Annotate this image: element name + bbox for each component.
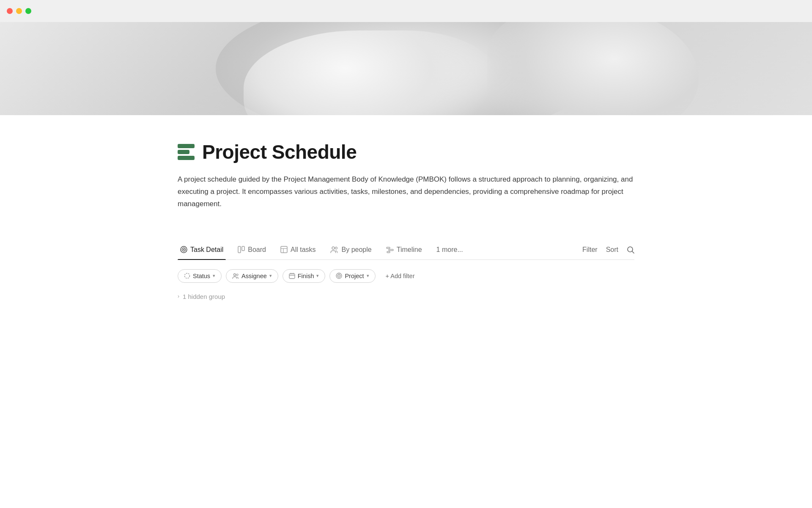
- sort-button[interactable]: Sort: [606, 246, 618, 254]
- filter-label: Filter: [582, 246, 598, 254]
- table-icon: [280, 246, 288, 253]
- tab-all-tasks[interactable]: All tasks: [278, 246, 318, 260]
- chevron-down-icon-2: ▾: [269, 273, 272, 279]
- chevron-down-icon-4: ▾: [367, 273, 369, 279]
- svg-point-2: [183, 249, 184, 250]
- people-icon: [330, 246, 339, 253]
- filter-chip-assignee-label: Assignee: [241, 273, 267, 279]
- svg-point-16: [234, 273, 236, 276]
- svg-line-14: [632, 251, 634, 253]
- search-icon: [627, 246, 634, 254]
- page-header: Project Schedule A project schedule guid…: [178, 115, 634, 227]
- titlebar: [0, 0, 812, 22]
- svg-point-13: [628, 247, 633, 252]
- tab-navigation: Task Detail Board: [178, 246, 634, 260]
- add-filter-button[interactable]: + Add filter: [380, 270, 421, 282]
- svg-point-8: [332, 247, 335, 249]
- hidden-group-label: 1 hidden group: [183, 293, 225, 300]
- svg-point-9: [335, 247, 337, 249]
- svg-point-24: [339, 275, 340, 276]
- chevron-right-icon: ›: [178, 293, 179, 299]
- close-button[interactable]: [7, 8, 13, 14]
- filter-chip-project-label: Project: [345, 273, 364, 279]
- timeline-icon: [386, 246, 394, 253]
- page-icon: [178, 144, 195, 160]
- filter-button[interactable]: Filter: [582, 246, 598, 254]
- svg-rect-5: [281, 246, 287, 253]
- filter-chip-assignee[interactable]: Assignee ▾: [226, 269, 278, 283]
- board-icon: [238, 246, 245, 253]
- tab-more[interactable]: 1 more...: [434, 246, 466, 260]
- svg-point-17: [236, 274, 238, 276]
- svg-rect-4: [242, 246, 244, 251]
- tab-list: Task Detail Board: [178, 246, 582, 260]
- tab-board-label: Board: [248, 246, 266, 254]
- tab-more-label: 1 more...: [436, 246, 463, 254]
- target-icon: [180, 246, 187, 253]
- page-description: A project schedule guided by the Project…: [178, 174, 634, 210]
- tab-all-tasks-label: All tasks: [291, 246, 316, 254]
- filter-chip-finish-label: Finish: [298, 273, 314, 279]
- svg-rect-11: [389, 249, 393, 251]
- calendar-icon: [289, 273, 295, 279]
- chevron-down-icon: ▾: [213, 273, 215, 279]
- tab-timeline[interactable]: Timeline: [384, 246, 425, 260]
- filter-bar: Status ▾ Assignee ▾: [178, 260, 634, 290]
- page-title: Project Schedule: [202, 141, 357, 163]
- hidden-group-row[interactable]: › 1 hidden group: [178, 290, 634, 304]
- filter-chip-finish[interactable]: Finish ▾: [283, 269, 326, 283]
- tab-by-people[interactable]: By people: [328, 246, 374, 260]
- tab-board[interactable]: Board: [235, 246, 269, 260]
- filter-chip-status-label: Status: [193, 273, 210, 279]
- assignee-icon: [232, 273, 239, 279]
- maximize-button[interactable]: [25, 8, 31, 14]
- project-icon: [336, 273, 342, 279]
- add-filter-label: + Add filter: [386, 273, 415, 279]
- status-icon: [184, 273, 190, 279]
- tab-timeline-label: Timeline: [397, 246, 422, 254]
- svg-rect-18: [289, 274, 295, 279]
- svg-point-15: [185, 273, 190, 279]
- filter-chip-status[interactable]: Status ▾: [178, 269, 222, 283]
- tab-task-detail-label: Task Detail: [190, 246, 223, 254]
- filter-chip-project[interactable]: Project ▾: [329, 269, 375, 283]
- chevron-down-icon-3: ▾: [316, 273, 319, 279]
- svg-rect-3: [238, 246, 241, 253]
- search-button[interactable]: [627, 246, 634, 254]
- cover-image: [0, 22, 812, 115]
- minimize-button[interactable]: [16, 8, 22, 14]
- svg-rect-10: [387, 247, 390, 248]
- tab-task-detail[interactable]: Task Detail: [178, 246, 226, 260]
- sort-label: Sort: [606, 246, 618, 254]
- svg-rect-12: [387, 251, 390, 253]
- tab-actions: Filter Sort: [582, 246, 634, 260]
- tab-by-people-label: By people: [342, 246, 372, 254]
